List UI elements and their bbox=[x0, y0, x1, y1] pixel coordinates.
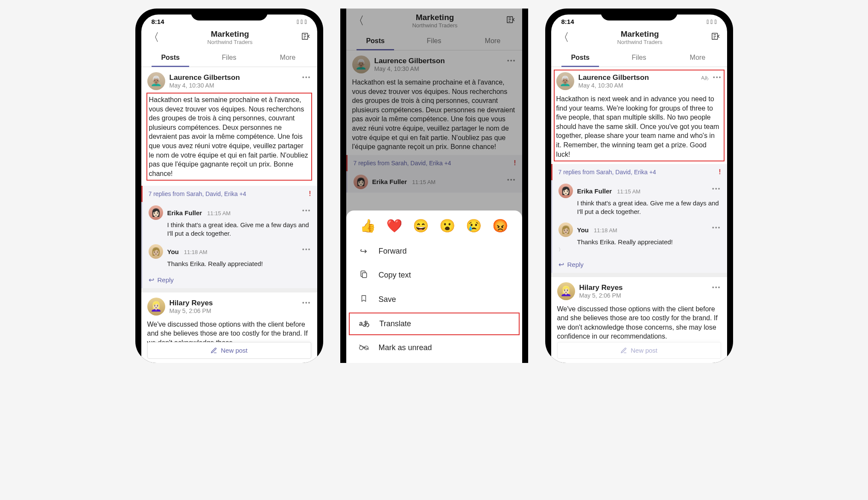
glasses-icon bbox=[358, 343, 369, 353]
reactions-row: 👍 ❤️ 😄 😮 😢 😡 bbox=[346, 211, 522, 239]
team-name: Northwind Traders bbox=[159, 39, 301, 45]
tab-posts[interactable]: Posts bbox=[141, 50, 200, 67]
reply-body: I think that's a great idea. Give me a f… bbox=[167, 221, 311, 237]
post-hilary[interactable]: 👱🏻‍♀️ Hilary Reyes May 5, 2:06 PM ••• We… bbox=[551, 277, 727, 345]
reply-author: You bbox=[167, 248, 179, 255]
new-post-button[interactable]: New post bbox=[147, 342, 311, 359]
replies-summary[interactable]: 7 replies from Sarah, David, Erika +4 ! bbox=[551, 164, 727, 180]
reaction-laugh[interactable]: 😄 bbox=[413, 218, 429, 233]
divider bbox=[551, 273, 727, 277]
tabs: Posts Files More bbox=[551, 50, 727, 67]
screen-2: 〈 Marketing Northwind Traders Posts File… bbox=[346, 9, 522, 363]
avatar: 👨🏽‍🦳 bbox=[147, 72, 165, 90]
post-actions-icon[interactable]: ••• bbox=[302, 299, 311, 306]
important-icon: ! bbox=[309, 190, 311, 198]
channel-header: 〈 Marketing Northwind Traders bbox=[551, 27, 727, 50]
signal-icon: 􀙈 bbox=[707, 18, 709, 25]
back-button[interactable]: 〈 bbox=[558, 30, 569, 45]
reply-author: You bbox=[577, 226, 589, 234]
reaction-surprised[interactable]: 😮 bbox=[439, 218, 455, 233]
post-timestamp: May 4, 10:30 AM bbox=[579, 82, 649, 89]
post-body-highlighted[interactable]: Hackathon est la semaine prochaine et à … bbox=[146, 93, 312, 181]
new-post-button[interactable]: New post bbox=[557, 342, 721, 359]
reply-actions-icon[interactable]: ••• bbox=[302, 207, 311, 214]
avatar: 👩🏼 bbox=[149, 244, 163, 259]
post-actions-icon[interactable]: ••• bbox=[713, 74, 722, 81]
post-actions-icon[interactable]: ••• bbox=[302, 74, 311, 81]
reply-label: Reply bbox=[567, 261, 584, 268]
reply-you[interactable]: 👩🏼 You 11:18 AM ••• Thanks Erika. Really… bbox=[141, 241, 317, 272]
reaction-like[interactable]: 👍 bbox=[360, 218, 376, 233]
post-timestamp: May 5, 2:06 PM bbox=[579, 292, 623, 299]
channel-options-icon[interactable] bbox=[711, 32, 720, 43]
reply-actions-icon[interactable]: ••• bbox=[712, 185, 721, 192]
bookmark-icon bbox=[358, 294, 369, 305]
tab-files[interactable]: Files bbox=[610, 50, 668, 67]
post-header: 👱🏻‍♀️ Hilary Reyes May 5, 2:06 PM ••• bbox=[557, 282, 721, 300]
post-laurence[interactable]: 👨🏽‍🦳 Laurence Gilbertson May 4, 10:30 AM… bbox=[141, 67, 317, 186]
reply-timestamp: 11:18 AM bbox=[594, 227, 617, 234]
reply-arrow-icon: ↩ bbox=[149, 276, 154, 284]
replies-summary[interactable]: 7 replies from Sarah, David, Erika +4 ! bbox=[141, 186, 317, 202]
tab-more[interactable]: More bbox=[668, 50, 727, 67]
action-translate-highlighted[interactable]: aあ Translate bbox=[349, 313, 520, 335]
reply-body: I think that's a great idea. Give me a f… bbox=[577, 199, 721, 216]
reply-label: Reply bbox=[158, 276, 174, 284]
reply-actions-icon[interactable]: ••• bbox=[302, 246, 311, 253]
avatar: 👩🏻 bbox=[558, 184, 573, 198]
reply-button[interactable]: ↩ Reply bbox=[551, 256, 727, 273]
new-post-label: New post bbox=[631, 347, 658, 354]
action-label: Copy text bbox=[379, 271, 411, 280]
post-actions-icon[interactable]: ••• bbox=[712, 284, 721, 291]
action-save[interactable]: Save bbox=[346, 287, 522, 312]
phone-3: 8:14 􀙈 􀙇 􀛨 〈 Marketing Northwind Traders… bbox=[545, 9, 733, 363]
author-name: Laurence Gilbertson bbox=[579, 73, 649, 82]
tab-files[interactable]: Files bbox=[200, 50, 258, 67]
avatar: 👨🏽‍🦳 bbox=[556, 72, 574, 90]
action-copy[interactable]: Copy text bbox=[346, 263, 522, 287]
translated-badge-icon: Aあ bbox=[701, 75, 709, 81]
tab-posts[interactable]: Posts bbox=[551, 50, 610, 67]
reply-header: 👩🏻 Erika Fuller 11:15 AM ••• bbox=[558, 184, 721, 198]
battery-icon: 􀛨 bbox=[714, 18, 716, 25]
post-header: 👨🏽‍🦳 Laurence Gilbertson May 4, 10:30 AM… bbox=[556, 72, 722, 90]
channel-header: 〈 Marketing Northwind Traders bbox=[141, 27, 317, 50]
reply-you[interactable]: 👩🏼 You 11:18 AM ••• Thanks Erika. Really… bbox=[551, 219, 727, 256]
back-button[interactable]: 〈 bbox=[148, 30, 159, 45]
feed[interactable]: 👨🏽‍🦳 Laurence Gilbertson May 4, 10:30 AM… bbox=[551, 67, 727, 345]
reaction-heart[interactable]: ❤️ bbox=[386, 218, 402, 233]
reply-actions-icon[interactable]: ••• bbox=[712, 224, 721, 231]
feed[interactable]: 👨🏽‍🦳 Laurence Gilbertson May 4, 10:30 AM… bbox=[141, 67, 317, 351]
status-icons: 􀙈 􀙇 􀛨 bbox=[297, 18, 307, 25]
action-forward[interactable]: ↪ Forward bbox=[346, 239, 522, 263]
tab-more[interactable]: More bbox=[258, 50, 317, 67]
post-header: 👨🏽‍🦳 Laurence Gilbertson May 4, 10:30 AM… bbox=[147, 72, 311, 90]
copy-icon bbox=[358, 270, 369, 281]
reply-author: Erika Fuller bbox=[167, 209, 202, 216]
reaction-angry[interactable]: 😡 bbox=[492, 218, 508, 233]
reaction-sad[interactable]: 😢 bbox=[466, 218, 482, 233]
reply-header: 👩🏻 Erika Fuller 11:15 AM ••• bbox=[149, 205, 311, 220]
reply-erika[interactable]: 👩🏻 Erika Fuller 11:15 AM ••• I think tha… bbox=[551, 180, 727, 219]
important-icon: ! bbox=[719, 168, 721, 176]
phone-1: 8:14 􀙈 􀙇 􀛨 〈 Marketing Northwind Traders… bbox=[135, 9, 323, 363]
post-laurence-translated-highlighted[interactable]: 👨🏽‍🦳 Laurence Gilbertson May 4, 10:30 AM… bbox=[554, 70, 725, 161]
status-icons: 􀙈 􀙇 􀛨 bbox=[707, 18, 716, 25]
reply-erika[interactable]: 👩🏻 Erika Fuller 11:15 AM ••• I think tha… bbox=[141, 202, 317, 241]
clock: 8:14 bbox=[561, 18, 574, 25]
replies-text: 7 replies from Sarah, David, Erika +4 bbox=[149, 190, 246, 197]
reply-timestamp: 11:18 AM bbox=[184, 249, 208, 255]
reply-author: Erika Fuller bbox=[577, 187, 612, 195]
reply-timestamp: 11:15 AM bbox=[617, 188, 640, 195]
reply-button[interactable]: ↩ Reply bbox=[141, 272, 317, 288]
channel-options-icon[interactable] bbox=[301, 32, 310, 43]
action-label: Mark as unread bbox=[379, 343, 432, 352]
author-name: Laurence Gilbertson bbox=[170, 73, 240, 82]
action-sheet: 👍 ❤️ 😄 😮 😢 😡 ↪ Forward Copy text bbox=[346, 211, 522, 363]
channel-name: Marketing bbox=[569, 29, 711, 39]
wifi-icon: 􀙇 bbox=[710, 18, 713, 25]
action-mark-unread[interactable]: Mark as unread bbox=[346, 336, 522, 360]
battery-icon: 􀛨 bbox=[304, 18, 307, 25]
phone-2: 〈 Marketing Northwind Traders Posts File… bbox=[340, 9, 528, 363]
post-body-translated: Hackathon is next week and in advance yo… bbox=[556, 94, 722, 159]
